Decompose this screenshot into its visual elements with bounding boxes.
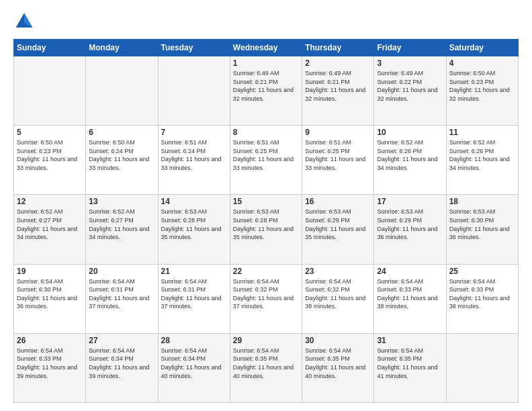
day-cell: 28Sunrise: 6:54 AM Sunset: 6:34 PM Dayli… <box>158 333 230 402</box>
weekday-row: SundayMondayTuesdayWednesdayThursdayFrid… <box>14 40 519 56</box>
logo-icon <box>13 11 35 32</box>
day-cell: 20Sunrise: 6:54 AM Sunset: 6:31 PM Dayli… <box>86 264 158 333</box>
day-cell: 13Sunrise: 6:52 AM Sunset: 6:27 PM Dayli… <box>86 195 158 264</box>
day-cell <box>86 56 158 126</box>
day-cell: 7Sunrise: 6:51 AM Sunset: 6:24 PM Daylig… <box>158 126 230 195</box>
day-number: 30 <box>305 336 371 345</box>
day-number: 26 <box>17 336 83 345</box>
day-cell: 4Sunrise: 6:50 AM Sunset: 6:23 PM Daylig… <box>446 56 518 126</box>
day-info: Sunrise: 6:54 AM Sunset: 6:31 PM Dayligh… <box>89 278 149 310</box>
day-cell: 15Sunrise: 6:53 AM Sunset: 6:28 PM Dayli… <box>230 195 302 264</box>
calendar-body: 1Sunrise: 6:49 AM Sunset: 6:21 PM Daylig… <box>14 56 519 403</box>
day-info: Sunrise: 6:52 AM Sunset: 6:26 PM Dayligh… <box>377 139 437 171</box>
weekday-header-monday: Monday <box>86 40 158 56</box>
day-info: Sunrise: 6:54 AM Sunset: 6:35 PM Dayligh… <box>377 347 437 379</box>
day-info: Sunrise: 6:54 AM Sunset: 6:33 PM Dayligh… <box>17 347 77 379</box>
day-number: 4 <box>449 58 515 68</box>
day-cell: 19Sunrise: 6:54 AM Sunset: 6:30 PM Dayli… <box>14 264 86 333</box>
day-info: Sunrise: 6:53 AM Sunset: 6:28 PM Dayligh… <box>161 208 222 240</box>
day-info: Sunrise: 6:52 AM Sunset: 6:27 PM Dayligh… <box>89 208 149 240</box>
logo <box>13 11 38 32</box>
day-info: Sunrise: 6:53 AM Sunset: 6:29 PM Dayligh… <box>305 208 365 240</box>
day-info: Sunrise: 6:51 AM Sunset: 6:25 PM Dayligh… <box>233 139 294 171</box>
day-cell: 10Sunrise: 6:52 AM Sunset: 6:26 PM Dayli… <box>374 126 446 195</box>
day-cell: 14Sunrise: 6:53 AM Sunset: 6:28 PM Dayli… <box>158 195 230 264</box>
day-info: Sunrise: 6:50 AM Sunset: 6:23 PM Dayligh… <box>17 139 77 171</box>
day-info: Sunrise: 6:54 AM Sunset: 6:35 PM Dayligh… <box>233 347 294 379</box>
weekday-header-sunday: Sunday <box>14 40 86 56</box>
weekday-header-wednesday: Wednesday <box>230 40 302 56</box>
day-number: 21 <box>161 267 227 276</box>
day-cell: 9Sunrise: 6:51 AM Sunset: 6:25 PM Daylig… <box>302 126 374 195</box>
day-cell: 27Sunrise: 6:54 AM Sunset: 6:34 PM Dayli… <box>86 333 158 402</box>
day-info: Sunrise: 6:54 AM Sunset: 6:31 PM Dayligh… <box>161 278 222 310</box>
day-info: Sunrise: 6:54 AM Sunset: 6:33 PM Dayligh… <box>377 278 437 310</box>
day-info: Sunrise: 6:51 AM Sunset: 6:24 PM Dayligh… <box>161 139 222 171</box>
day-cell: 31Sunrise: 6:54 AM Sunset: 6:35 PM Dayli… <box>374 333 446 402</box>
day-cell: 26Sunrise: 6:54 AM Sunset: 6:33 PM Dayli… <box>14 333 86 402</box>
day-cell: 30Sunrise: 6:54 AM Sunset: 6:35 PM Dayli… <box>302 333 374 402</box>
day-cell <box>158 56 230 126</box>
calendar-header: SundayMondayTuesdayWednesdayThursdayFrid… <box>14 40 519 56</box>
day-number: 3 <box>377 58 443 68</box>
day-number: 24 <box>377 267 443 276</box>
day-info: Sunrise: 6:53 AM Sunset: 6:30 PM Dayligh… <box>449 208 510 240</box>
day-number: 18 <box>449 197 515 206</box>
day-info: Sunrise: 6:52 AM Sunset: 6:27 PM Dayligh… <box>17 208 77 240</box>
week-row-5: 26Sunrise: 6:54 AM Sunset: 6:33 PM Dayli… <box>14 333 519 402</box>
day-cell: 16Sunrise: 6:53 AM Sunset: 6:29 PM Dayli… <box>302 195 374 264</box>
day-cell: 6Sunrise: 6:50 AM Sunset: 6:24 PM Daylig… <box>86 126 158 195</box>
day-info: Sunrise: 6:53 AM Sunset: 6:28 PM Dayligh… <box>233 208 294 240</box>
day-cell: 21Sunrise: 6:54 AM Sunset: 6:31 PM Dayli… <box>158 264 230 333</box>
calendar-table: SundayMondayTuesdayWednesdayThursdayFrid… <box>13 39 519 403</box>
day-number: 2 <box>305 58 371 68</box>
day-cell: 22Sunrise: 6:54 AM Sunset: 6:32 PM Dayli… <box>230 264 302 333</box>
day-cell: 3Sunrise: 6:49 AM Sunset: 6:22 PM Daylig… <box>374 56 446 126</box>
day-info: Sunrise: 6:54 AM Sunset: 6:32 PM Dayligh… <box>233 278 294 310</box>
page: SundayMondayTuesdayWednesdayThursdayFrid… <box>0 0 532 411</box>
day-info: Sunrise: 6:49 AM Sunset: 6:21 PM Dayligh… <box>305 70 365 102</box>
day-number: 16 <box>305 197 371 206</box>
day-cell: 24Sunrise: 6:54 AM Sunset: 6:33 PM Dayli… <box>374 264 446 333</box>
day-number: 7 <box>161 128 227 137</box>
day-number: 12 <box>17 197 83 206</box>
day-cell: 23Sunrise: 6:54 AM Sunset: 6:32 PM Dayli… <box>302 264 374 333</box>
day-info: Sunrise: 6:50 AM Sunset: 6:23 PM Dayligh… <box>449 70 510 102</box>
day-number: 14 <box>161 197 227 206</box>
day-cell <box>446 333 518 402</box>
day-info: Sunrise: 6:50 AM Sunset: 6:24 PM Dayligh… <box>89 139 149 171</box>
day-number: 6 <box>89 128 154 137</box>
day-number: 20 <box>89 267 154 276</box>
day-number: 23 <box>305 267 371 276</box>
day-cell: 5Sunrise: 6:50 AM Sunset: 6:23 PM Daylig… <box>14 126 86 195</box>
day-number: 25 <box>449 267 515 276</box>
week-row-4: 19Sunrise: 6:54 AM Sunset: 6:30 PM Dayli… <box>14 264 519 333</box>
day-info: Sunrise: 6:51 AM Sunset: 6:25 PM Dayligh… <box>305 139 365 171</box>
day-cell: 18Sunrise: 6:53 AM Sunset: 6:30 PM Dayli… <box>446 195 518 264</box>
day-info: Sunrise: 6:54 AM Sunset: 6:35 PM Dayligh… <box>305 347 365 379</box>
day-number: 9 <box>305 128 371 137</box>
day-cell: 8Sunrise: 6:51 AM Sunset: 6:25 PM Daylig… <box>230 126 302 195</box>
weekday-header-saturday: Saturday <box>446 40 518 56</box>
day-number: 28 <box>161 336 227 345</box>
day-number: 22 <box>233 267 299 276</box>
day-cell: 12Sunrise: 6:52 AM Sunset: 6:27 PM Dayli… <box>14 195 86 264</box>
day-number: 10 <box>377 128 443 137</box>
day-info: Sunrise: 6:54 AM Sunset: 6:33 PM Dayligh… <box>449 278 510 310</box>
day-info: Sunrise: 6:54 AM Sunset: 6:34 PM Dayligh… <box>161 347 222 379</box>
day-number: 5 <box>17 128 83 137</box>
day-number: 11 <box>449 128 515 137</box>
day-cell: 11Sunrise: 6:52 AM Sunset: 6:26 PM Dayli… <box>446 126 518 195</box>
day-info: Sunrise: 6:52 AM Sunset: 6:26 PM Dayligh… <box>449 139 510 171</box>
day-number: 15 <box>233 197 299 206</box>
weekday-header-thursday: Thursday <box>302 40 374 56</box>
day-number: 19 <box>17 267 83 276</box>
day-cell: 17Sunrise: 6:53 AM Sunset: 6:29 PM Dayli… <box>374 195 446 264</box>
day-info: Sunrise: 6:53 AM Sunset: 6:29 PM Dayligh… <box>377 208 437 240</box>
day-cell: 25Sunrise: 6:54 AM Sunset: 6:33 PM Dayli… <box>446 264 518 333</box>
day-cell: 29Sunrise: 6:54 AM Sunset: 6:35 PM Dayli… <box>230 333 302 402</box>
day-number: 1 <box>233 58 299 68</box>
day-cell: 1Sunrise: 6:49 AM Sunset: 6:21 PM Daylig… <box>230 56 302 126</box>
day-cell <box>14 56 86 126</box>
day-info: Sunrise: 6:54 AM Sunset: 6:34 PM Dayligh… <box>89 347 149 379</box>
